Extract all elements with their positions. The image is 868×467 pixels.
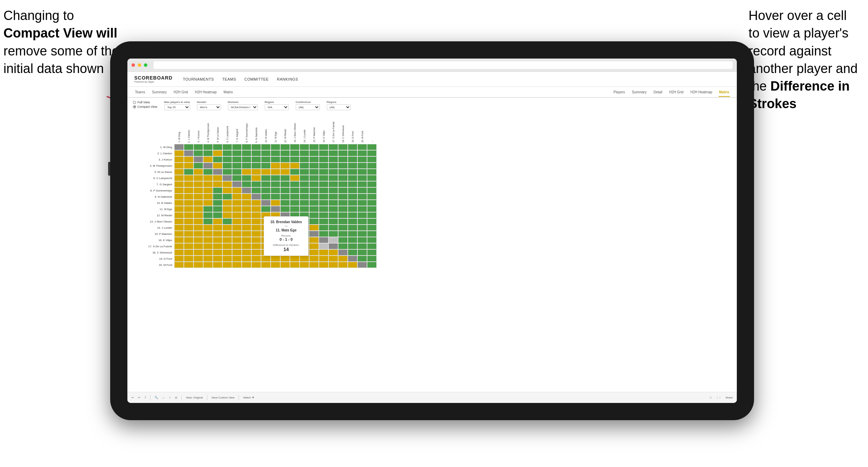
matrix-cell[interactable] — [367, 156, 377, 163]
toolbar-layout[interactable]: □ — [710, 396, 712, 399]
matrix-cell[interactable] — [280, 169, 290, 175]
matrix-cell[interactable] — [338, 163, 348, 169]
matrix-cell[interactable] — [367, 212, 377, 218]
matrix-cell[interactable] — [328, 206, 338, 212]
matrix-cell[interactable] — [357, 150, 367, 156]
matrix-cell[interactable] — [174, 163, 184, 169]
matrix-cell[interactable] — [309, 262, 319, 268]
matrix-cell[interactable] — [232, 194, 242, 200]
matrix-cell[interactable] — [348, 249, 357, 256]
matrix-cell[interactable] — [242, 175, 251, 181]
matrix-cell[interactable] — [271, 194, 280, 200]
matrix-cell[interactable] — [232, 187, 242, 194]
matrix-cell[interactable] — [280, 150, 290, 156]
matrix-cell[interactable] — [300, 163, 309, 169]
matrix-cell[interactable] — [242, 262, 251, 268]
matrix-cell[interactable] — [194, 218, 203, 225]
toolbar-undo[interactable]: ↩ — [132, 396, 134, 399]
matrix-cell[interactable] — [242, 218, 251, 225]
matrix-cell[interactable] — [338, 206, 348, 212]
matrix-cell[interactable] — [357, 187, 367, 194]
filter-max-select[interactable]: Top 25 — [164, 104, 190, 110]
matrix-cell[interactable] — [367, 262, 377, 268]
matrix-cell[interactable] — [319, 243, 328, 249]
tab-matrix-active[interactable]: Matrix — [719, 88, 730, 97]
matrix-cell[interactable] — [174, 169, 184, 175]
matrix-cell[interactable] — [232, 181, 242, 187]
tab-h2h-grid[interactable]: H2H Grid — [173, 88, 189, 96]
matrix-cell[interactable] — [338, 200, 348, 206]
matrix-cell[interactable] — [232, 249, 242, 256]
matrix-cell[interactable] — [328, 243, 338, 249]
matrix-cell[interactable] — [174, 212, 184, 218]
matrix-cell[interactable] — [309, 144, 319, 150]
matrix-cell[interactable] — [203, 256, 213, 262]
matrix-cell[interactable] — [194, 206, 203, 212]
matrix-cell[interactable] — [222, 256, 232, 262]
matrix-cell[interactable] — [328, 225, 338, 231]
matrix-cell[interactable] — [357, 206, 367, 212]
matrix-cell[interactable] — [222, 150, 232, 156]
matrix-cell[interactable] — [261, 150, 271, 156]
matrix-cell[interactable] — [251, 225, 261, 231]
matrix-cell[interactable] — [232, 206, 242, 212]
matrix-cell[interactable] — [348, 231, 357, 237]
toolbar-grid[interactable]: ⋮⋮ — [716, 396, 721, 399]
matrix-cell[interactable] — [251, 200, 261, 206]
matrix-cell[interactable] — [194, 237, 203, 243]
matrix-cell[interactable] — [203, 181, 213, 187]
matrix-cell[interactable] — [271, 163, 280, 169]
matrix-cell[interactable] — [309, 175, 319, 181]
matrix-cell[interactable] — [309, 200, 319, 206]
matrix-cell[interactable] — [300, 169, 309, 175]
matrix-cell[interactable] — [174, 231, 184, 237]
matrix-cell[interactable] — [271, 206, 280, 212]
matrix-cell[interactable] — [242, 206, 251, 212]
matrix-cell[interactable] — [184, 231, 194, 237]
matrix-cell[interactable] — [280, 262, 290, 268]
matrix-cell[interactable] — [367, 237, 377, 243]
matrix-cell[interactable] — [203, 169, 213, 175]
matrix-cell[interactable] — [232, 175, 242, 181]
matrix-cell[interactable] — [232, 163, 242, 169]
matrix-cell[interactable] — [203, 243, 213, 249]
nav-item-committee[interactable]: COMMITTEE — [244, 76, 269, 83]
matrix-cell[interactable] — [251, 194, 261, 200]
matrix-cell[interactable] — [213, 243, 222, 249]
matrix-cell[interactable] — [348, 243, 357, 249]
matrix-cell[interactable] — [222, 175, 232, 181]
matrix-cell[interactable] — [203, 187, 213, 194]
matrix-cell[interactable] — [309, 156, 319, 163]
matrix-cell[interactable] — [261, 169, 271, 175]
toolbar-reset[interactable]: ◎ — [175, 396, 177, 399]
browser-maximize-dot[interactable] — [144, 63, 147, 67]
matrix-cell[interactable] — [222, 200, 232, 206]
matrix-cell[interactable] — [174, 225, 184, 231]
matrix-cell[interactable] — [300, 156, 309, 163]
tab-summary-sub[interactable]: Summary — [631, 88, 647, 96]
matrix-cell[interactable] — [232, 156, 242, 163]
matrix-cell[interactable] — [194, 156, 203, 163]
matrix-cell[interactable] — [328, 231, 338, 237]
matrix-cell[interactable] — [242, 243, 251, 249]
matrix-cell[interactable] — [328, 262, 338, 268]
matrix-cell[interactable] — [367, 163, 377, 169]
matrix-cell[interactable] — [232, 218, 242, 225]
matrix-cell[interactable] — [338, 237, 348, 243]
matrix-cell[interactable] — [213, 249, 222, 256]
matrix-cell[interactable] — [194, 225, 203, 231]
matrix-cell[interactable] — [348, 237, 357, 243]
matrix-cell[interactable] — [319, 187, 328, 194]
matrix-cell[interactable] — [271, 144, 280, 150]
matrix-cell[interactable] — [261, 156, 271, 163]
matrix-cell[interactable] — [348, 200, 357, 206]
matrix-cell[interactable] — [357, 262, 367, 268]
matrix-cell[interactable] — [357, 163, 367, 169]
matrix-cell[interactable] — [338, 144, 348, 150]
matrix-cell[interactable] — [309, 212, 319, 218]
matrix-cell[interactable] — [280, 144, 290, 150]
matrix-cell[interactable] — [251, 150, 261, 156]
matrix-cell[interactable] — [203, 237, 213, 243]
matrix-cell[interactable] — [242, 187, 251, 194]
matrix-cell[interactable] — [194, 212, 203, 218]
